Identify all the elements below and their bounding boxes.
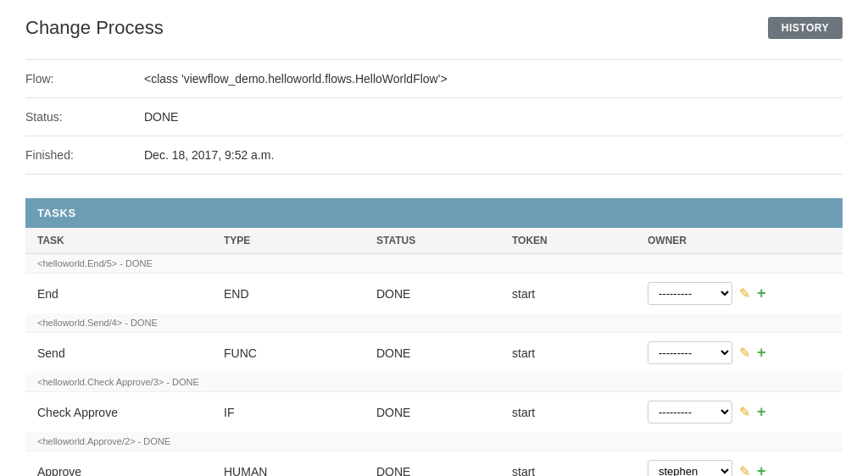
task-subheader: <helloworld.Check Approve/3> - DONE [25, 373, 843, 392]
task-owner-cell: ---------✎+ [636, 333, 843, 374]
task-status: DONE [364, 333, 500, 374]
finished-value: Dec. 18, 2017, 9:52 a.m. [144, 148, 274, 162]
edit-icon[interactable]: ✎ [739, 285, 750, 302]
page-title: Change Process [25, 17, 164, 39]
task-subheader-row: <helloworld.End/5> - DONE [25, 254, 843, 274]
edit-icon[interactable]: ✎ [739, 345, 750, 361]
page-wrapper: Change Process HISTORY Flow: <class 'vie… [0, 0, 868, 476]
finished-row: Finished: Dec. 18, 2017, 9:52 a.m. [25, 136, 843, 174]
task-type: HUMAN [212, 451, 364, 477]
task-name: End [25, 274, 212, 314]
col-header-type: TYPE [212, 228, 364, 254]
task-subheader-row: <helloworld.Approve/2> - DONE [25, 432, 843, 451]
history-button[interactable]: HISTORY [768, 17, 843, 39]
owner-controls: ---------✎+ [648, 401, 831, 423]
col-header-token: TOKEN [500, 228, 636, 254]
flow-value: <class 'viewflow_demo.helloworld.flows.H… [144, 72, 448, 86]
task-subheader: <helloworld.End/5> - DONE [25, 254, 843, 274]
info-section: Flow: <class 'viewflow_demo.helloworld.f… [25, 59, 843, 174]
owner-select[interactable]: stephen [648, 460, 732, 476]
col-header-status: STATUS [364, 228, 500, 254]
task-subheader: <helloworld.Send/4> - DONE [25, 313, 843, 333]
status-value: DONE [144, 110, 178, 124]
task-status: DONE [364, 451, 500, 477]
add-icon[interactable]: + [757, 403, 766, 421]
task-owner-cell: ---------✎+ [636, 274, 843, 314]
flow-label: Flow: [25, 72, 144, 86]
owner-controls: stephen✎+ [648, 460, 831, 476]
owner-controls: ---------✎+ [648, 341, 831, 364]
add-icon[interactable]: + [757, 344, 766, 362]
col-header-owner: OWNER [636, 228, 843, 254]
page-header: Change Process HISTORY [25, 17, 843, 39]
task-name: Approve [25, 451, 212, 477]
tasks-section-title: TASKS [25, 198, 843, 228]
task-type: FUNC [212, 333, 364, 374]
table-row: EndENDDONEstart---------✎+ [25, 274, 843, 314]
edit-icon[interactable]: ✎ [739, 404, 750, 420]
add-icon[interactable]: + [757, 462, 766, 476]
task-type: END [212, 274, 364, 314]
task-token: start [500, 333, 636, 374]
task-owner-cell: ---------✎+ [636, 392, 843, 433]
task-subheader: <helloworld.Approve/2> - DONE [25, 432, 843, 451]
finished-label: Finished: [25, 148, 144, 162]
table-row: SendFUNCDONEstart---------✎+ [25, 333, 843, 374]
table-row: ApproveHUMANDONEstartstephen✎+ [25, 451, 843, 477]
owner-select[interactable]: --------- [648, 401, 732, 423]
status-row: Status: DONE [25, 98, 843, 136]
owner-select[interactable]: --------- [648, 341, 732, 364]
task-subheader-row: <helloworld.Send/4> - DONE [25, 313, 843, 333]
task-token: start [500, 451, 636, 477]
task-owner-cell: stephen✎+ [636, 451, 843, 477]
task-status: DONE [364, 274, 500, 314]
status-label: Status: [25, 110, 144, 124]
task-type: IF [212, 392, 364, 433]
task-name: Send [25, 333, 212, 374]
tasks-section: TASKS TASK TYPE STATUS TOKEN OWNER <hell… [25, 198, 843, 476]
task-subheader-row: <helloworld.Check Approve/3> - DONE [25, 373, 843, 392]
flow-row: Flow: <class 'viewflow_demo.helloworld.f… [25, 60, 843, 98]
task-token: start [500, 392, 636, 433]
task-status: DONE [364, 392, 500, 433]
table-row: Check ApproveIFDONEstart---------✎+ [25, 392, 843, 433]
col-header-task: TASK [25, 228, 212, 254]
add-icon[interactable]: + [757, 285, 766, 302]
edit-icon[interactable]: ✎ [739, 463, 750, 476]
tasks-table: TASK TYPE STATUS TOKEN OWNER <helloworld… [25, 228, 843, 476]
owner-controls: ---------✎+ [648, 282, 831, 305]
task-name: Check Approve [25, 392, 212, 433]
tasks-column-headers: TASK TYPE STATUS TOKEN OWNER [25, 228, 843, 254]
task-token: start [500, 274, 636, 314]
owner-select[interactable]: --------- [648, 282, 732, 305]
